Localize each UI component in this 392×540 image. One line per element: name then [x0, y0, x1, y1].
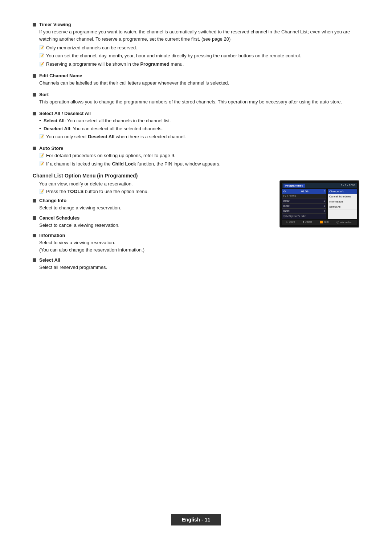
- tv-date-row: 2 / 1 / 2009: [283, 195, 296, 197]
- tv-bottom-bar: □ Store ■ Delete 🟧 Turk ⓘ Information: [282, 220, 357, 225]
- tv-row-time: 0659: [283, 199, 290, 202]
- bullet-line: • Select All: You can select all the cha…: [39, 117, 359, 124]
- tv-bottom-turk: 🟧 Turk: [320, 221, 329, 224]
- body-paragraph: This operation allows you to change the …: [39, 98, 359, 106]
- body-paragraph: If you reserve a programme you want to w…: [39, 28, 359, 43]
- bullet-dot: •: [39, 125, 41, 132]
- section-body: Channels can be labelled so that their c…: [33, 79, 359, 87]
- channel-list-note: 📝 Press the TOOLS button to use the opti…: [33, 189, 269, 194]
- note-icon: 📝: [39, 53, 44, 59]
- channel-list-intro: You can view, modify or delete a reserva…: [33, 180, 269, 188]
- tv-menu: Change Info Cancel Schedules Information…: [328, 189, 357, 219]
- section-bullet-icon: [33, 74, 36, 78]
- section-bullet-icon: [33, 199, 36, 202]
- bullet-line: • Deselect All: You can deselect all the…: [39, 125, 359, 132]
- tv-list-row: 0859 2: [282, 204, 326, 209]
- section-edit-channel-name: Edit Channel Name Channels can be labell…: [33, 73, 359, 87]
- tv-menu-item: Change Info: [328, 189, 357, 194]
- tv-row-time: 0859: [283, 204, 290, 208]
- tv-list-row-extra: Ⓒ M.Spillane's mike: [282, 214, 326, 219]
- body-paragraph-2: (You can also change the reservation inf…: [39, 246, 269, 254]
- tv-row-time: 01:59: [301, 190, 309, 193]
- tv-tab-label: Programmed: [283, 184, 305, 188]
- page: Timer Viewing If you reserve a programme…: [0, 0, 392, 540]
- section-title: Change Info: [39, 198, 66, 203]
- channel-list-content: You can view, modify or delete a reserva…: [33, 180, 359, 275]
- section-body: Select to cancel a viewing reservation.: [33, 222, 269, 229]
- tv-screen-illustration: Programmed 1 / 1 / 2009 ⏲ 01:59 5 2 / 1 …: [279, 180, 359, 228]
- footer-label: English - 11: [171, 514, 221, 525]
- section-body: If you reserve a programme you want to w…: [33, 28, 359, 68]
- note-line: 📝 If a channel is locked using the Child…: [39, 160, 359, 168]
- sub-section-cancel-schedules: Cancel Schedules Select to cancel a view…: [33, 215, 269, 229]
- note-line: 📝 Only memorized channels can be reserve…: [39, 44, 359, 52]
- section-title: Select All / Deselect All: [39, 111, 91, 116]
- section-bullet-icon: [33, 258, 36, 262]
- channel-list-title: Channel List Option Menu (in Programmed): [33, 173, 359, 179]
- tv-row-ch: 5: [324, 190, 325, 193]
- section-title: Timer Viewing: [39, 22, 71, 27]
- section-title: Sort: [39, 92, 49, 97]
- tv-row-ch: 2: [324, 204, 325, 208]
- note-text: You can set the channel, day, month, yea…: [46, 52, 301, 60]
- note-line: 📝 Reserving a programme will be shown in…: [39, 61, 359, 68]
- channel-list-text: You can view, modify or delete a reserva…: [33, 180, 269, 275]
- section-timer-viewing: Timer Viewing If you reserve a programme…: [33, 22, 359, 68]
- tv-bottom-store: □ Store: [287, 221, 295, 224]
- body-paragraph: Select all reserved programmes.: [39, 264, 269, 271]
- section-title: Cancel Schedules: [39, 215, 79, 221]
- tv-main: ⏲ 01:59 5 2 / 1 / 2009 0659 2: [282, 189, 357, 219]
- bullet-text: Deselect All: You can deselect all the s…: [44, 125, 163, 132]
- sub-section-information: Information Select to view a viewing res…: [33, 233, 269, 254]
- bullet-dot: •: [39, 117, 41, 124]
- note-line: 📝 You can set the channel, day, month, y…: [39, 52, 359, 60]
- tv-list-row: ⏲ 01:59 5: [282, 189, 326, 194]
- note-icon: 📝: [39, 161, 44, 167]
- sub-section-change-info: Change Info Select to change a viewing r…: [33, 198, 269, 212]
- note-icon: 📝: [39, 152, 44, 159]
- tv-menu-item: Information: [328, 199, 357, 204]
- note-text: For detailed procedures on setting up op…: [46, 152, 175, 159]
- tv-screen: Programmed 1 / 1 / 2009 ⏲ 01:59 5 2 / 1 …: [279, 180, 359, 228]
- section-title: Edit Channel Name: [39, 73, 82, 78]
- tv-extra-text: Ⓒ M.Spillane's mike: [283, 214, 306, 218]
- note-text: Reserving a programme will be shown in t…: [46, 61, 184, 68]
- note-text: Press the TOOLS button to use the option…: [46, 189, 148, 194]
- section-title: Information: [39, 233, 65, 238]
- tv-row-icon: ⏲: [283, 190, 286, 193]
- tv-top-bar: Programmed 1 / 1 / 2009: [282, 183, 357, 188]
- bullet-text: Select All: You can select all the chann…: [44, 117, 171, 124]
- section-sort: Sort This operation allows you to change…: [33, 92, 359, 106]
- section-body: This operation allows you to change the …: [33, 98, 359, 106]
- section-bullet-icon: [33, 234, 36, 237]
- note-text: You can only select Deselect All when th…: [46, 133, 186, 140]
- note-line: 📝 For detailed procedures on setting up …: [39, 152, 359, 159]
- section-body: 📝 For detailed procedures on setting up …: [33, 152, 359, 167]
- tv-menu-item: Select All: [328, 204, 357, 209]
- section-select-all: Select All / Deselect All • Select All: …: [33, 111, 359, 140]
- tv-list-row: 0659 2: [282, 199, 326, 204]
- tv-date: 1 / 1 / 2009: [341, 184, 355, 188]
- section-title: Select All: [39, 257, 60, 263]
- body-paragraph: Select to change a viewing reservation.: [39, 204, 269, 212]
- body-paragraph-1: Select to view a viewing reservation.: [39, 239, 269, 246]
- sub-section-select-all: Select All Select all reserved programme…: [33, 257, 269, 271]
- footer: English - 11: [0, 514, 392, 525]
- tv-menu-item: Cancel Schedules: [328, 194, 357, 199]
- section-body: Select to view a viewing reservation. (Y…: [33, 239, 269, 254]
- note-line: 📝 You can only select Deselect All when …: [39, 133, 359, 140]
- section-bullet-icon: [33, 93, 36, 97]
- section-bullet-icon: [33, 112, 36, 115]
- note-text: Only memorized channels can be reserved.: [46, 44, 137, 52]
- tv-row-time: 0759: [283, 209, 290, 213]
- section-title: Auto Store: [39, 146, 63, 151]
- body-paragraph: Channels can be labelled so that their c…: [39, 79, 359, 87]
- tv-bottom-delete: ■ Delete: [302, 221, 312, 224]
- tv-list-row: 0759 2: [282, 209, 326, 214]
- tv-row-ch: 2: [324, 209, 325, 213]
- note-icon: 📝: [39, 61, 44, 67]
- note-icon: 📝: [39, 45, 44, 51]
- note-icon: 📝: [39, 189, 44, 194]
- channel-list-section: Channel List Option Menu (in Programmed)…: [33, 173, 359, 275]
- body-paragraph: Select to cancel a viewing reservation.: [39, 222, 269, 229]
